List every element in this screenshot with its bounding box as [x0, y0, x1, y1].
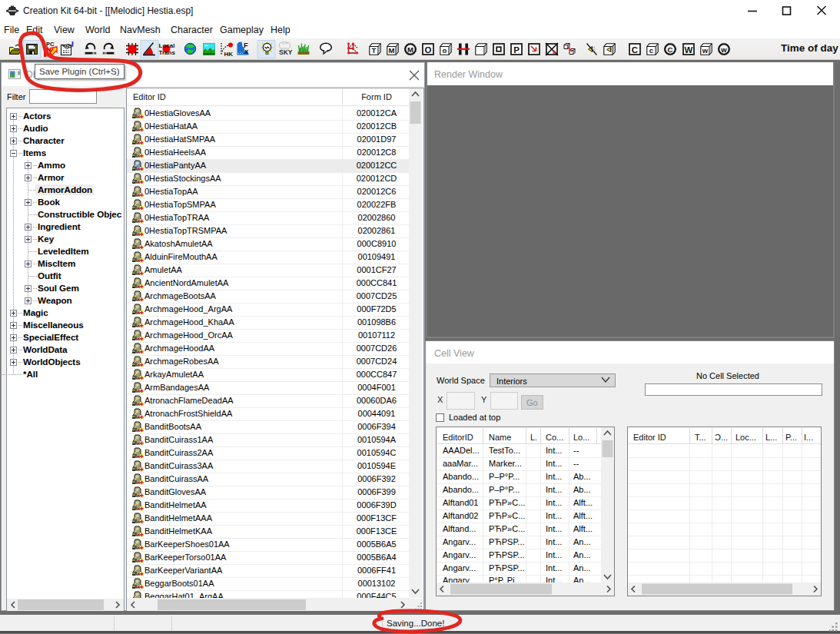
- svg-text:w: w: [702, 46, 709, 55]
- svg-text:C: C: [632, 45, 638, 55]
- svg-text:o: o: [442, 46, 447, 55]
- svg-text:Trans: Trans: [159, 49, 176, 56]
- svg-text:T: T: [371, 46, 376, 55]
- svg-text:O: O: [425, 45, 432, 55]
- svg-text:HK: HK: [224, 51, 234, 58]
- svg-text:M: M: [407, 45, 413, 54]
- svg-text:W: W: [685, 45, 693, 55]
- svg-text:c: c: [649, 46, 653, 55]
- svg-text:M: M: [388, 46, 394, 55]
- svg-text:PC: PC: [46, 41, 55, 48]
- svg-text:P: P: [513, 45, 520, 55]
- svg-text:Local: Local: [159, 42, 175, 49]
- svg-text:w: w: [720, 45, 727, 54]
- svg-text:C: C: [668, 45, 673, 54]
- svg-text:SKY: SKY: [279, 48, 293, 56]
- svg-text:x: x: [244, 47, 249, 55]
